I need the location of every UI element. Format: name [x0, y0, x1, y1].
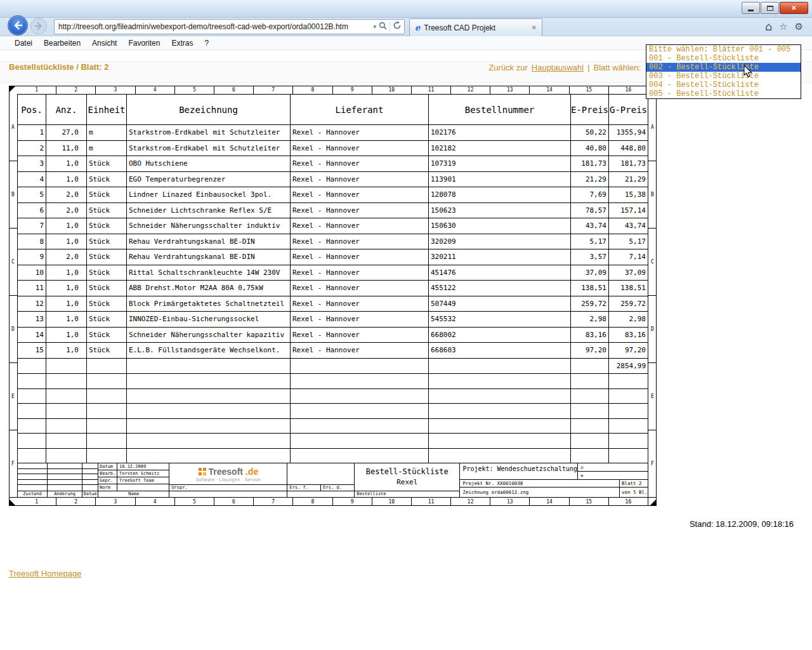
menu-item[interactable]: Favoriten	[122, 37, 166, 50]
cell-anz: 1,0	[46, 265, 87, 281]
revision-label: Änderung	[48, 491, 82, 497]
ruler-number: 14	[530, 86, 569, 94]
cell-anz: 27,0	[46, 125, 87, 140]
corner-mark	[10, 86, 15, 92]
cell-lieferant: Rexel - Hannover	[291, 296, 429, 312]
cell-bestellnummer: 668603	[429, 343, 571, 358]
cell-pos: 2	[18, 141, 46, 156]
forward-button[interactable]	[30, 18, 47, 34]
cell-epreis: 7,69	[571, 187, 609, 202]
approval-value: Torsten Schmitz	[117, 471, 169, 476]
cell-pos: 9	[18, 249, 46, 265]
dropdown-option[interactable]: 001 - Bestell-Stückliste	[646, 54, 801, 63]
cell-bestellnummer: 320211	[429, 249, 571, 265]
ers-section: Ers. f. Ers. d.	[287, 463, 355, 497]
approval-row: Datum 18.12.2009	[98, 463, 169, 470]
cell-bezeichnung: Schneider Lichtschranke Reflex S/E	[127, 203, 291, 218]
back-link-prefix: Zurück zur	[488, 63, 527, 72]
screen: ✕ http://treesoft.org/fileadmin/webexpor…	[0, 0, 812, 650]
cell-einheit: Stück	[87, 265, 127, 281]
cell-gpreis: 5,17	[609, 234, 648, 249]
ruler-number: 15	[570, 86, 609, 94]
cad-sheet: 12345678910111213141516 1234567891011121…	[9, 86, 657, 506]
sheet-select-dropdown[interactable]: Bitte wählen: Blätter 001 - 005001 - Bes…	[646, 44, 801, 99]
cell-anz: 2,0	[46, 203, 87, 218]
homepage-link[interactable]: Treesoft Homepage	[9, 569, 81, 578]
cell-lieferant: Rexel - Hannover	[291, 172, 429, 187]
cell-gpreis: 181,73	[609, 156, 648, 171]
ruler-number: 15	[570, 498, 609, 506]
cell-anz: 2,0	[46, 249, 87, 265]
close-button[interactable]: ✕	[780, 2, 808, 14]
cell-bestellnummer: 455122	[429, 281, 571, 296]
cell-lieferant: Rexel - Hannover	[291, 234, 429, 249]
search-icon[interactable]	[379, 21, 387, 32]
ruler-number: 4	[136, 498, 175, 506]
timestamp: Stand: 18.12.2009, 09:18:16	[690, 519, 794, 529]
maximize-button[interactable]	[761, 2, 779, 14]
refresh-icon[interactable]	[393, 21, 402, 32]
approval-value: TreeSoft Team	[117, 478, 169, 483]
cell-pos: 14	[18, 328, 46, 343]
cell-lieferant: Rexel - Hannover	[291, 312, 429, 327]
minimize-button[interactable]	[742, 2, 760, 14]
cell-lieferant: Rexel - Hannover	[291, 125, 429, 140]
cell-lieferant: Rexel - Hannover	[291, 265, 429, 281]
logo-tagline: Software · Lösungen · Service	[196, 477, 261, 482]
ruler-letter: C	[9, 229, 17, 296]
cell-einheit: Stück	[87, 312, 127, 327]
col-header-einheit: Einheit	[87, 95, 127, 124]
cell-epreis: 78,57	[571, 203, 609, 218]
cell-anz: 1,0	[46, 172, 87, 187]
empty-row	[18, 389, 648, 404]
approval-row: Norm	[98, 484, 169, 491]
hauptauswahl-link[interactable]: Hauptauswahl	[532, 63, 584, 72]
dropdown-option[interactable]: Bitte wählen: Blätter 001 - 005	[646, 45, 801, 54]
cell-einheit: Stück	[87, 187, 127, 202]
settings-gear-icon[interactable]: ⚙	[795, 21, 803, 32]
cell-epreis: 37,09	[571, 265, 609, 281]
cell-epreis: 50,22	[571, 125, 609, 140]
dropdown-option[interactable]: 003 - Bestell-Stückliste	[646, 72, 801, 81]
col-header-bezeichnung: Bezeichnung	[127, 95, 291, 124]
address-bar[interactable]: http://treesoft.org/fileadmin/webexport-…	[54, 19, 405, 34]
favorites-star-icon[interactable]: ☆	[779, 21, 787, 32]
cell-epreis: 21,29	[571, 172, 609, 187]
dropdown-option[interactable]: 005 - Bestell-Stückliste	[646, 90, 801, 98]
cell-bezeichnung: INNOZED-Einbau-Sicherungssockel	[127, 312, 291, 327]
cell-bezeichnung: Rittal Schaltschrankleuchte 14W 230V	[127, 265, 291, 281]
table-row: 1 27,0 m Starkstrom-Erdkabel mit Schutzl…	[18, 125, 648, 141]
browser-navbar: http://treesoft.org/fileadmin/webexport-…	[0, 18, 812, 36]
ruler-number: 11	[412, 498, 451, 506]
cell-anz: 1,0	[46, 328, 87, 343]
dropdown-option[interactable]: 004 - Bestell-Stückliste	[646, 81, 801, 90]
menu-item[interactable]: Bearbeiten	[38, 37, 86, 50]
ruler-letter: A	[648, 94, 657, 161]
tab-close-icon[interactable]: ✕	[532, 24, 537, 31]
page-title: Bestellstückliste / Blatt: 2	[9, 62, 109, 72]
url-text[interactable]: http://treesoft.org/fileadmin/webexport-…	[58, 22, 370, 31]
address-dropdown-icon[interactable]: ▾	[370, 23, 379, 30]
menu-item[interactable]: ?	[199, 37, 214, 50]
document-title: Bestell-Stückliste	[366, 467, 449, 476]
dropdown-option[interactable]: 002 - Bestell-Stückliste	[646, 63, 801, 72]
menu-item[interactable]: Datei	[9, 37, 38, 50]
empty-row	[18, 374, 648, 389]
cell-bestellnummer: 668002	[429, 328, 571, 343]
ruler-number: 14	[530, 498, 569, 506]
cell-einheit: Stück	[87, 343, 127, 358]
sheet-select-label: Blatt wählen:	[594, 63, 641, 72]
title-block: Datum 18.12.2009 Bearb. Torsten Schmitz …	[18, 463, 648, 497]
sheet-number: Blatt 2	[619, 480, 648, 487]
table-row: 6 2,0 Stück Schneider Lichtschranke Refl…	[18, 203, 648, 219]
browser-tab[interactable]: e Treesoft CAD Projekt ✕	[409, 18, 542, 36]
cell-anz: 1,0	[46, 281, 87, 296]
menu-item[interactable]: Extras	[166, 37, 199, 50]
table-body: 1 27,0 m Starkstrom-Erdkabel mit Schutzl…	[18, 125, 648, 359]
back-button[interactable]	[8, 15, 28, 36]
home-icon[interactable]: ⌂	[765, 20, 772, 33]
cell-pos: 10	[18, 265, 46, 281]
cell-lieferant: Rexel - Hannover	[291, 218, 429, 234]
menu-item[interactable]: Ansicht	[86, 37, 122, 50]
ruler-letter: C	[648, 229, 657, 296]
